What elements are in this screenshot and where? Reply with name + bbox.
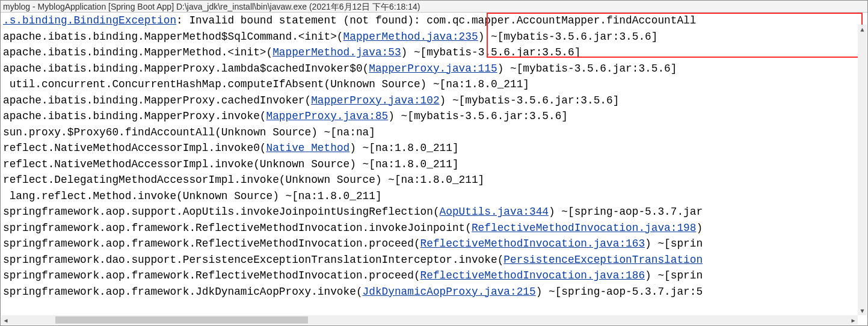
source-link[interactable]: JdkDynamicAopProxy.java:215	[363, 286, 536, 298]
scroll-up-icon[interactable]: ▲	[858, 25, 867, 34]
source-link[interactable]: PersistenceExceptionTranslation	[503, 254, 703, 266]
horizontal-scroll-thumb[interactable]	[55, 316, 308, 324]
console-line: apache.ibatis.binding.MapperMethod.<init…	[3, 45, 865, 61]
console-line: util.concurrent.ConcurrentHashMap.comput…	[3, 76, 865, 93]
source-link[interactable]: MapperProxy.java:102	[311, 94, 439, 106]
console-text: springframework.aop.framework.Reflective…	[3, 269, 420, 281]
console-window: myblog - MyblogApplication [Spring Boot …	[0, 0, 868, 326]
console-text: ) ~[na:1.8.0_211]	[349, 142, 458, 154]
console-text: sun.proxy.$Proxy60.findAccountAll(Unknow…	[3, 126, 375, 138]
console-text: reflect.DelegatingMethodAccessorImpl.inv…	[3, 174, 484, 186]
console-text: ) ~[spring-aop-5.3.7.jar:5	[536, 286, 703, 298]
console-line: apache.ibatis.binding.MapperMethod$SqlCo…	[3, 29, 865, 45]
source-link[interactable]: ReflectiveMethodInvocation.java:198	[472, 222, 696, 234]
window-title: myblog - MyblogApplication [Spring Boot …	[1, 1, 867, 13]
console-text: ) ~[spring-aop-5.3.7.jar	[549, 206, 703, 218]
console-text: ) ~[mybatis-3.5.6.jar:3.5.6]	[440, 94, 620, 106]
source-link[interactable]: ReflectiveMethodInvocation.java:163	[420, 238, 645, 250]
console-line: apache.ibatis.binding.MapperProxy.lambda…	[3, 61, 865, 77]
vertical-scrollbar[interactable]: ▲ ▼	[858, 25, 867, 315]
scroll-down-icon[interactable]: ▼	[858, 306, 867, 315]
console-text: ) ~[mybatis-3.5.6.jar:3.5.6]	[401, 46, 581, 58]
console-line: .s.binding.BindingException: Invalid bou…	[3, 13, 865, 29]
console-text: reflect.NativeMethodAccessorImpl.invoke0…	[3, 142, 266, 154]
console-text: util.concurrent.ConcurrentHashMap.comput…	[3, 78, 529, 90]
console-text: springframework.aop.framework.Reflective…	[3, 222, 472, 234]
console-text: ) ~[mybatis-3.5.6.jar:3.5.6]	[478, 31, 658, 43]
console-text: springframework.aop.framework.JdkDynamic…	[3, 286, 363, 298]
console-text: ) ~[mybatis-3.5.6.jar:3.5.6]	[388, 110, 568, 122]
horizontal-scrollbar[interactable]: ◀ ▶	[1, 315, 858, 325]
console-text: )	[696, 222, 703, 234]
source-link[interactable]: MapperMethod.java:53	[272, 46, 401, 58]
console-text: apache.ibatis.binding.MapperMethod$SqlCo…	[3, 31, 343, 43]
console-text: ) ~[sprin	[645, 269, 703, 281]
console-line: reflect.DelegatingMethodAccessorImpl.inv…	[3, 172, 865, 188]
console-text: springframework.aop.framework.Reflective…	[3, 238, 420, 250]
console-text: reflect.NativeMethodAccessorImpl.invoke(…	[3, 158, 459, 170]
scroll-left-icon[interactable]: ◀	[1, 315, 10, 325]
console-output[interactable]: .s.binding.BindingException: Invalid bou…	[1, 13, 867, 325]
scroll-right-icon[interactable]: ▶	[849, 315, 858, 325]
console-line: reflect.NativeMethodAccessorImpl.invoke0…	[3, 140, 865, 156]
console-line: springframework.aop.support.AopUtils.inv…	[3, 204, 865, 220]
console-line: springframework.aop.framework.Reflective…	[3, 236, 865, 252]
console-wrap: .s.binding.BindingException: Invalid bou…	[1, 13, 867, 325]
console-line: apache.ibatis.binding.MapperProxy.invoke…	[3, 108, 865, 125]
console-text: lang.reflect.Method.invoke(Unknown Sourc…	[3, 190, 382, 202]
console-text: apache.ibatis.binding.MapperProxy.cached…	[3, 94, 311, 106]
source-link[interactable]: AopUtils.java:344	[440, 206, 549, 218]
source-link[interactable]: MapperProxy.java:85	[266, 110, 389, 122]
console-text: ) ~[sprin	[645, 238, 703, 250]
console-text: apache.ibatis.binding.MapperProxy.invoke…	[3, 110, 266, 122]
console-text: : Invalid bound statement (not found): c…	[176, 14, 696, 26]
console-line: apache.ibatis.binding.MapperProxy.cached…	[3, 93, 865, 109]
console-line: springframework.aop.framework.Reflective…	[3, 220, 865, 236]
console-line: lang.reflect.Method.invoke(Unknown Sourc…	[3, 188, 865, 205]
console-text: springframework.dao.support.PersistenceE…	[3, 254, 503, 266]
console-line: springframework.aop.framework.Reflective…	[3, 268, 865, 284]
source-link[interactable]: Native Method	[266, 142, 350, 154]
source-link[interactable]: MapperMethod.java:235	[343, 31, 478, 43]
console-text: springframework.aop.support.AopUtils.inv…	[3, 206, 440, 218]
source-link[interactable]: .s.binding.BindingException	[3, 14, 176, 26]
console-line: reflect.NativeMethodAccessorImpl.invoke(…	[3, 156, 865, 173]
console-line: springframework.aop.framework.JdkDynamic…	[3, 284, 865, 300]
source-link[interactable]: MapperProxy.java:115	[369, 63, 497, 75]
source-link[interactable]: ReflectiveMethodInvocation.java:186	[420, 269, 645, 281]
console-line: springframework.dao.support.PersistenceE…	[3, 252, 865, 268]
console-text: apache.ibatis.binding.MapperMethod.<init…	[3, 46, 272, 58]
console-line: sun.proxy.$Proxy60.findAccountAll(Unknow…	[3, 125, 865, 141]
console-text: apache.ibatis.binding.MapperProxy.lambda…	[3, 63, 369, 75]
console-text: ) ~[mybatis-3.5.6.jar:3.5.6]	[497, 63, 677, 75]
